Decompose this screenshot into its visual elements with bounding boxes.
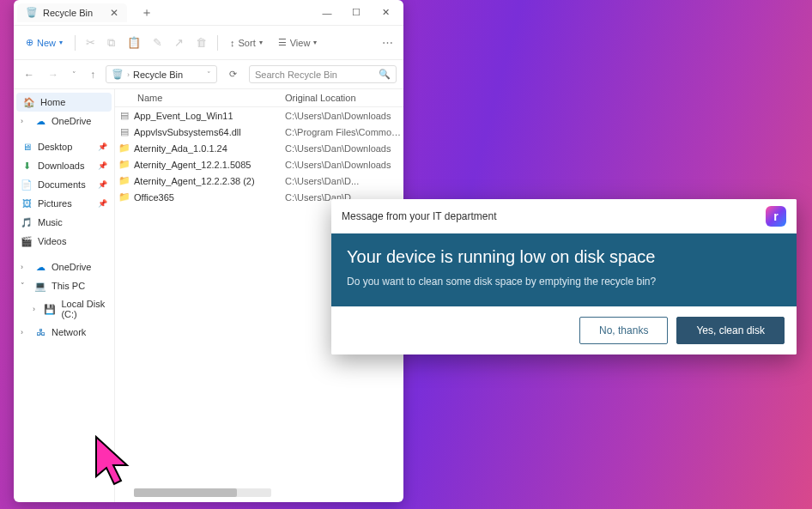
minimize-button[interactable]: — — [312, 1, 342, 25]
sidebar-item-home[interactable]: 🏠 Home — [16, 93, 112, 112]
tab-title: Recycle Bin — [43, 8, 93, 18]
sidebar-label: Music — [38, 217, 63, 227]
no-thanks-button[interactable]: No, thanks — [579, 317, 668, 344]
paste-icon[interactable]: 📋 — [122, 33, 146, 52]
sidebar-item-onedrive-2[interactable]: › ☁ OneDrive — [14, 258, 114, 276]
plus-circle-icon: ⊕ — [26, 37, 33, 48]
file-location: C:\Users\Dan\Downloads — [285, 160, 403, 170]
sidebar-item-desktop[interactable]: 🖥 Desktop 📌 — [14, 137, 114, 156]
file-name: Aternity_Agent_12.2.1.5085 — [134, 160, 285, 170]
share-icon[interactable]: ↗ — [169, 33, 189, 52]
sidebar-label: Network — [52, 327, 86, 337]
pictures-icon: 🖼 — [21, 197, 33, 209]
refresh-button[interactable]: ⟳ — [224, 67, 242, 82]
file-row[interactable]: 📁Aternity_Ada_1.0.1.24C:\Users\Dan\Downl… — [115, 140, 403, 156]
tab-recycle-bin[interactable]: 🗑️ Recycle Bin ✕ — [17, 3, 127, 22]
pin-icon: 📌 — [98, 161, 107, 170]
file-name: Aternity_Agent_12.2.2.38 (2) — [134, 176, 285, 186]
close-tab-icon[interactable]: ✕ — [110, 7, 118, 19]
separator — [75, 35, 76, 51]
new-label: New — [37, 38, 56, 48]
dialog-title: Your device is running low on disk space — [347, 247, 781, 267]
cursor-icon — [93, 435, 134, 488]
file-location: C:\Users\Dan\Downloads — [285, 143, 403, 154]
cloud-icon: ☁ — [34, 261, 46, 273]
file-name: App_Event_Log_Win11 — [134, 111, 285, 121]
chevron-right-icon[interactable]: › — [33, 305, 39, 313]
new-button[interactable]: ⊕ New ▾ — [19, 33, 70, 52]
dialog-body: Your device is running low on disk space… — [331, 233, 797, 306]
file-location: C:\Users\Dan\D... — [285, 176, 403, 186]
file-icon: ▤ — [120, 110, 129, 121]
column-location[interactable]: Original Location — [285, 93, 403, 103]
column-name[interactable]: Name — [134, 93, 285, 103]
chevron-down-icon: ▾ — [59, 39, 63, 46]
folder-icon: 📁 — [118, 159, 130, 170]
chevron-down-icon: ▾ — [259, 39, 263, 46]
sidebar-item-pictures[interactable]: 🖼 Pictures 📌 — [14, 194, 114, 213]
sidebar-item-documents[interactable]: 📄 Documents 📌 — [14, 175, 114, 194]
network-icon: 🖧 — [34, 326, 46, 338]
file-row[interactable]: ▤App_Event_Log_Win11C:\Users\Dan\Downloa… — [115, 107, 403, 124]
search-icon: 🔍 — [379, 69, 391, 80]
forward-button[interactable]: → — [45, 67, 62, 82]
sidebar-label: Videos — [38, 236, 66, 246]
it-message-dialog: Message from your IT department r Your d… — [331, 199, 797, 354]
folder-icon: 📁 — [118, 142, 130, 154]
up-level-button[interactable]: ↑ — [87, 67, 99, 82]
new-tab-button[interactable]: ＋ — [141, 5, 153, 21]
sort-label: Sort — [239, 38, 256, 48]
copy-icon[interactable]: ⧉ — [102, 33, 120, 53]
sidebar-item-local-disk[interactable]: › 💾 Local Disk (C:) — [14, 295, 114, 323]
separator — [217, 35, 218, 51]
view-button[interactable]: ☰ View ▾ — [271, 33, 324, 52]
view-icon: ☰ — [278, 37, 287, 48]
sidebar-label: Desktop — [38, 142, 72, 152]
chevron-down-icon[interactable]: ˅ — [207, 70, 211, 79]
yes-clean-disk-button[interactable]: Yes, clean disk — [676, 317, 785, 344]
up-button[interactable]: ˅ — [69, 69, 80, 81]
pin-icon: 📌 — [98, 199, 107, 208]
breadcrumb[interactable]: 🗑️ › Recycle Bin ˅ — [106, 65, 217, 83]
desktop-icon: 🖥 — [21, 141, 33, 153]
dialog-footer: No, thanks Yes, clean disk — [331, 306, 797, 354]
delete-icon[interactable]: 🗑 — [191, 33, 212, 52]
sidebar-item-onedrive[interactable]: › ☁ OneDrive — [14, 112, 114, 130]
sidebar-item-network[interactable]: › 🖧 Network — [14, 323, 114, 342]
chevron-right-icon[interactable]: › — [21, 117, 29, 125]
file-row[interactable]: 📁Aternity_Agent_12.2.2.38 (2)C:\Users\Da… — [115, 173, 403, 189]
file-row[interactable]: 📁Aternity_Agent_12.2.1.5085C:\Users\Dan\… — [115, 156, 403, 173]
recycle-bin-icon: 🗑️ — [112, 69, 124, 80]
toolbar: ⊕ New ▾ ✂ ⧉ 📋 ✎ ↗ 🗑 ↕ Sort ▾ ☰ View ▾ ⋯ — [14, 26, 403, 60]
home-icon: 🏠 — [23, 96, 35, 108]
maximize-button[interactable]: ☐ — [342, 1, 371, 25]
sidebar-item-this-pc[interactable]: ˅ 💻 This PC — [14, 276, 114, 295]
sidebar-item-music[interactable]: 🎵 Music — [14, 213, 114, 232]
search-input[interactable]: Search Recycle Bin 🔍 — [249, 65, 397, 83]
folder-icon: 📁 — [118, 175, 130, 186]
more-icon[interactable]: ⋯ — [377, 33, 398, 52]
riverbed-logo-icon: r — [766, 206, 786, 227]
file-location: C:\Program Files\Common Files\micros... — [285, 127, 403, 137]
chevron-right-icon[interactable]: › — [21, 263, 29, 271]
sort-button[interactable]: ↕ Sort ▾ — [223, 34, 270, 52]
breadcrumb-segment[interactable]: Recycle Bin — [133, 70, 183, 80]
file-name: Office365 — [134, 192, 285, 203]
chevron-down-icon[interactable]: ˅ — [21, 282, 29, 290]
file-location: C:\Users\Dan\Downloads — [285, 111, 403, 121]
horizontal-scrollbar[interactable] — [134, 488, 271, 497]
file-row[interactable]: ▤AppvlsvSubsystems64.dllC:\Program Files… — [115, 124, 403, 140]
sidebar-item-downloads[interactable]: ⬇ Downloads 📌 — [14, 156, 114, 175]
close-window-button[interactable]: ✕ — [371, 1, 400, 25]
column-headers: Name Original Location — [115, 89, 403, 107]
pin-icon: 📌 — [98, 142, 107, 151]
scrollbar-thumb[interactable] — [134, 488, 237, 497]
back-button[interactable]: ← — [21, 67, 38, 82]
chevron-right-icon[interactable]: › — [21, 328, 29, 336]
sort-icon: ↕ — [230, 38, 235, 48]
pc-icon: 💻 — [34, 280, 46, 292]
address-bar: ← → ˅ ↑ 🗑️ › Recycle Bin ˅ ⟳ Search Recy… — [14, 60, 403, 89]
rename-icon[interactable]: ✎ — [148, 33, 167, 52]
cut-icon[interactable]: ✂ — [81, 33, 100, 52]
sidebar-item-videos[interactable]: 🎬 Videos — [14, 232, 114, 251]
